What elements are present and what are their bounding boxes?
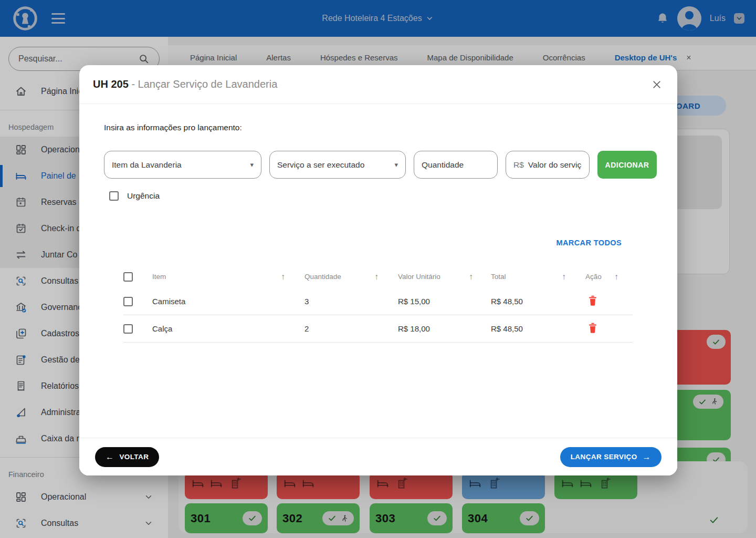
- submit-service-button[interactable]: LANÇAR SERVIÇO →: [560, 447, 662, 467]
- service-value-input[interactable]: [528, 160, 582, 170]
- cell-total: R$ 48,50: [491, 324, 562, 333]
- title-separator: -: [131, 78, 135, 90]
- delete-row-button[interactable]: [585, 322, 600, 336]
- currency-prefix: R$: [513, 160, 524, 170]
- table-row: Calça 2 R$ 18,00 R$ 48,50: [123, 315, 633, 343]
- cell-quantity: 2: [304, 324, 374, 333]
- select-all-checkbox[interactable]: [123, 272, 133, 282]
- urgency-label: Urgência: [127, 191, 160, 201]
- cell-unit-value: R$ 15,00: [398, 297, 469, 306]
- cell-unit-value: R$ 18,00: [398, 324, 469, 333]
- modal-intro-text: Insira as informações pro lançamento:: [104, 123, 242, 132]
- dropdown-arrow-icon: ▾: [250, 161, 254, 169]
- column-header-acao: Ação: [585, 273, 614, 281]
- unit-label: UH 205: [93, 78, 129, 90]
- service-select[interactable]: Serviço a ser executado ▾: [269, 151, 406, 179]
- select-placeholder: Serviço a ser executado: [277, 160, 364, 170]
- trash-icon: [586, 322, 599, 334]
- dropdown-arrow-icon: ▾: [394, 161, 398, 169]
- row-checkbox[interactable]: [123, 297, 133, 306]
- column-header-item: Item: [152, 273, 281, 281]
- modal-title: UH 205 - Lançar Serviço de Lavanderia: [93, 78, 277, 90]
- row-checkbox[interactable]: [123, 324, 133, 334]
- quantity-input[interactable]: [422, 160, 490, 170]
- modal-title-text: Lançar Serviço de Lavanderia: [138, 78, 278, 90]
- cell-item: Camiseta: [152, 297, 281, 306]
- sort-arrow-icon[interactable]: ↑: [374, 272, 398, 282]
- arrow-right-icon: →: [643, 452, 651, 462]
- cell-total: R$ 48,50: [491, 297, 562, 306]
- column-header-total: Total: [491, 273, 562, 281]
- sort-arrow-icon[interactable]: ↑: [281, 272, 304, 282]
- trash-icon: [586, 294, 599, 307]
- sort-arrow-icon[interactable]: ↑: [469, 272, 491, 282]
- arrow-left-icon: ←: [106, 452, 114, 462]
- service-form: Item da Lavanderia ▾ Serviço a ser execu…: [104, 151, 657, 179]
- modal-footer: ← VOLTAR LANÇAR SERVIÇO →: [79, 438, 677, 475]
- column-header-valor-unitario: Valor Unitário: [398, 273, 469, 281]
- submit-button-label: LANÇAR SERVIÇO: [571, 453, 637, 461]
- service-value-field[interactable]: R$: [506, 151, 590, 179]
- items-table: Item ↑ Quantidade ↑ Valor Unitário ↑ Tot…: [123, 265, 633, 343]
- back-button[interactable]: ← VOLTAR: [95, 447, 159, 467]
- add-button[interactable]: ADICIONAR: [597, 151, 657, 179]
- sort-arrow-icon[interactable]: ↑: [614, 272, 633, 282]
- laundry-item-select[interactable]: Item da Lavanderia ▾: [104, 151, 261, 179]
- modal-header: UH 205 - Lançar Serviço de Lavanderia: [79, 65, 677, 104]
- delete-row-button[interactable]: [585, 294, 600, 309]
- laundry-service-modal: UH 205 - Lançar Serviço de Lavanderia In…: [79, 65, 677, 475]
- select-placeholder: Item da Lavanderia: [112, 160, 182, 170]
- sort-arrow-icon[interactable]: ↑: [562, 272, 585, 282]
- close-icon[interactable]: [650, 78, 664, 91]
- table-header-row: Item ↑ Quantidade ↑ Valor Unitário ↑ Tot…: [123, 265, 633, 288]
- urgency-option: Urgência: [109, 191, 160, 201]
- quantity-field[interactable]: [414, 151, 498, 179]
- cell-item: Calça: [152, 324, 281, 333]
- table-row: Camiseta 3 R$ 15,00 R$ 48,50: [123, 288, 633, 315]
- cell-quantity: 3: [304, 297, 374, 306]
- back-button-label: VOLTAR: [119, 453, 149, 461]
- urgency-checkbox[interactable]: [109, 191, 119, 201]
- column-header-quantidade: Quantidade: [304, 273, 374, 281]
- mark-all-link[interactable]: MARCAR TODOS: [556, 239, 622, 247]
